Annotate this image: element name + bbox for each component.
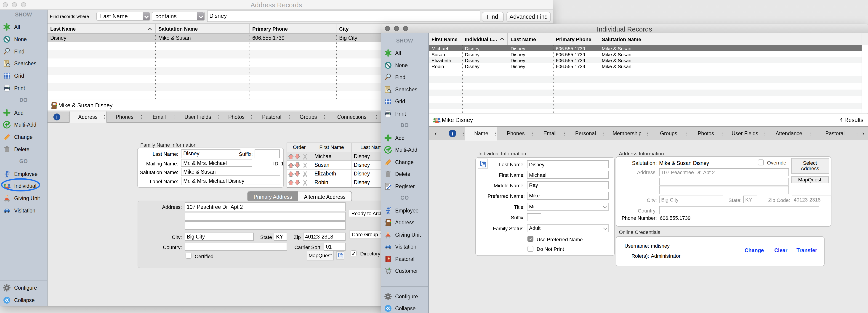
svg-text:i: i [56, 114, 58, 120]
svg-text:i: i [452, 131, 454, 137]
